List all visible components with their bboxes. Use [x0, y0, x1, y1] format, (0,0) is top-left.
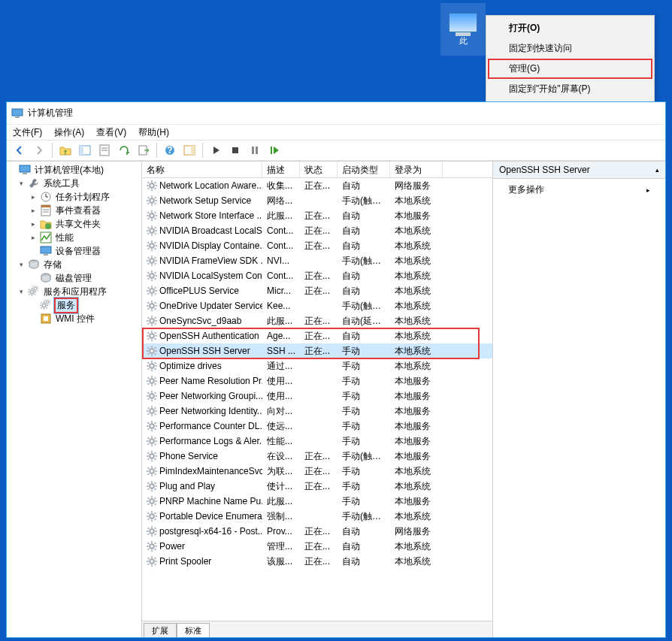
menu-pin-start[interactable]: 固定到"开始"屏幕(P): [488, 79, 652, 99]
help-button[interactable]: ?: [162, 142, 178, 159]
service-row[interactable]: Peer Networking Identity...向对...手动本地服务: [142, 404, 492, 419]
service-desc: 为联...: [262, 465, 300, 478]
tree-shared-folders[interactable]: ▸共享文件夹: [7, 217, 141, 231]
service-desc: Age...: [262, 331, 300, 341]
service-status: 正在...: [300, 555, 338, 568]
col-logon[interactable]: 登录为: [390, 162, 443, 177]
service-row[interactable]: Power管理...正在...自动本地系统: [142, 539, 492, 554]
service-row[interactable]: Network Store Interface ...此服...正在...自动本…: [142, 208, 492, 223]
menu-help[interactable]: 帮助(H): [138, 126, 169, 139]
service-logon: 本地服务: [390, 450, 443, 463]
menu-action[interactable]: 操作(A): [54, 126, 84, 139]
pause-service-button[interactable]: [247, 142, 263, 159]
service-row[interactable]: Peer Networking Groupi...使用...手动本地服务: [142, 389, 492, 404]
menu-manage[interactable]: 管理(G): [488, 59, 652, 79]
tree-storage[interactable]: ▾存储: [7, 258, 141, 271]
service-row[interactable]: postgresql-x64-16 - Post...Prov...正在...自…: [142, 524, 492, 539]
tree-event-viewer[interactable]: ▸事件查看器: [7, 204, 141, 217]
service-row[interactable]: NVIDIA LocalSystem Con...Cont...正在...自动本…: [142, 268, 492, 283]
service-row[interactable]: Network Setup Service网络...手动(触发...本地系统: [142, 193, 492, 208]
menu-pin-quick[interactable]: 固定到快速访问: [488, 38, 652, 59]
tree-device-manager[interactable]: 设备管理器: [7, 244, 141, 258]
titlebar[interactable]: 计算机管理: [7, 102, 665, 125]
service-startup: 手动(触发...: [338, 255, 390, 268]
service-row[interactable]: OneDrive Updater ServiceKee...手动(触发...本地…: [142, 298, 492, 313]
service-startup: 自动: [338, 270, 390, 283]
up-button[interactable]: [57, 142, 74, 159]
service-row[interactable]: PimIndexMaintenanceSvc...为联...正在...手动本地系…: [142, 464, 492, 479]
col-desc[interactable]: 描述: [262, 162, 300, 177]
restart-service-button[interactable]: [266, 142, 283, 159]
tree-task-scheduler[interactable]: ▸任务计划程序: [7, 190, 141, 204]
service-name: Network Store Interface ...: [159, 210, 262, 221]
gear-icon: [147, 556, 157, 567]
tree-wmi[interactable]: WMI 控件: [7, 312, 141, 325]
tree-pane[interactable]: 计算机管理(本地) ▾系统工具 ▸任务计划程序 ▸事件查看器 ▸共享文件夹 ▸性…: [7, 162, 142, 637]
col-startup[interactable]: 启动类型: [338, 162, 390, 177]
tree-root[interactable]: 计算机管理(本地): [7, 163, 141, 177]
service-row[interactable]: OneSyncSvc_d9aab此服...正在...自动(延迟...本地系统: [142, 313, 492, 328]
tab-extended[interactable]: 扩展: [144, 623, 177, 637]
service-logon: 本地系统: [390, 270, 443, 283]
service-row[interactable]: Plug and Play使计...正在...手动本地系统: [142, 479, 492, 494]
col-name[interactable]: 名称: [142, 162, 262, 177]
menu-view[interactable]: 查看(V): [96, 126, 126, 139]
service-row[interactable]: OpenSSH Authentication ...Age...正在...自动本…: [142, 328, 492, 343]
list-header[interactable]: 名称 描述 状态 启动类型 登录为: [142, 162, 492, 178]
service-name: Plug and Play: [159, 481, 215, 491]
service-name: Peer Networking Groupi...: [159, 391, 262, 401]
stop-service-button[interactable]: [227, 142, 244, 159]
service-startup: 自动: [338, 555, 390, 568]
export-button[interactable]: [135, 142, 152, 159]
service-row[interactable]: OpenSSH SSH ServerSSH ...正在...手动本地系统: [142, 343, 492, 358]
menubar: 文件(F) 操作(A) 查看(V) 帮助(H): [7, 125, 665, 140]
service-row[interactable]: Optimize drives通过...手动本地系统: [142, 358, 492, 373]
action-pane-button[interactable]: [181, 142, 198, 159]
col-status[interactable]: 状态: [300, 162, 338, 177]
service-row[interactable]: Peer Name Resolution Pr...使用...手动本地服务: [142, 373, 492, 389]
service-row[interactable]: Portable Device Enumera...强制...手动(触发...本…: [142, 509, 492, 524]
service-startup: 手动: [338, 375, 390, 388]
tree-services-apps[interactable]: ▾服务和应用程序: [7, 285, 141, 298]
refresh-button[interactable]: [116, 142, 132, 159]
tree-performance[interactable]: ▸性能: [7, 231, 141, 244]
service-row[interactable]: Network Location Aware...收集...正在...自动网络服…: [142, 178, 492, 193]
service-row[interactable]: PNRP Machine Name Pu...此服...手动本地服务: [142, 494, 492, 509]
tree-disk-management[interactable]: 磁盘管理: [7, 271, 141, 285]
actions-more[interactable]: 更多操作 ▸: [493, 179, 665, 201]
service-row[interactable]: Print Spooler该服...正在...自动本地系统: [142, 554, 492, 569]
service-row[interactable]: Phone Service在设...正在...手动(触发...本地服务: [142, 449, 492, 464]
menu-open[interactable]: 打开(O): [488, 18, 652, 38]
tab-standard[interactable]: 标准: [177, 623, 210, 637]
service-row[interactable]: OfficePLUS ServiceMicr...正在...自动本地系统: [142, 283, 492, 298]
svg-rect-33: [191, 146, 195, 155]
tree-system-tools[interactable]: ▾系统工具: [7, 177, 141, 190]
start-service-button[interactable]: [207, 142, 224, 159]
actions-header[interactable]: OpenSSH SSH Server ▴: [493, 162, 665, 179]
gear-icon: [147, 180, 157, 191]
service-status: 正在...: [300, 285, 338, 298]
service-row[interactable]: NVIDIA Broadcast LocalS...Cont...正在...自动…: [142, 223, 492, 238]
tree-services[interactable]: 服务: [7, 298, 141, 312]
desktop-icon-label: 此: [459, 35, 468, 47]
back-button[interactable]: [11, 142, 28, 159]
service-row[interactable]: Performance Counter DL...使远...手动本地服务: [142, 419, 492, 434]
separator: [202, 143, 203, 158]
desktop-this-pc-icon[interactable]: 此: [440, 3, 486, 56]
service-status: 正在...: [300, 315, 338, 328]
gear-icon: [147, 240, 157, 251]
show-hide-tree-button[interactable]: [77, 142, 93, 159]
menu-file[interactable]: 文件(F): [13, 126, 42, 139]
service-row[interactable]: Performance Logs & Aler...性能...手动本地服务: [142, 434, 492, 449]
service-desc: 该服...: [262, 555, 300, 568]
properties-button[interactable]: [96, 142, 113, 159]
service-startup: 手动(触发...: [338, 450, 390, 463]
separator: [156, 143, 157, 158]
forward-button[interactable]: [31, 142, 47, 159]
service-row[interactable]: NVIDIA Display Containe...Cont...正在...自动…: [142, 238, 492, 253]
service-startup: 自动: [338, 240, 390, 252]
service-name: Phone Service: [159, 451, 218, 461]
service-row[interactable]: NVIDIA FrameView SDK ...NVI...手动(触发...本地…: [142, 253, 492, 268]
service-status: 正在...: [300, 465, 338, 478]
list-body[interactable]: Network Location Aware...收集...正在...自动网络服…: [142, 178, 492, 621]
